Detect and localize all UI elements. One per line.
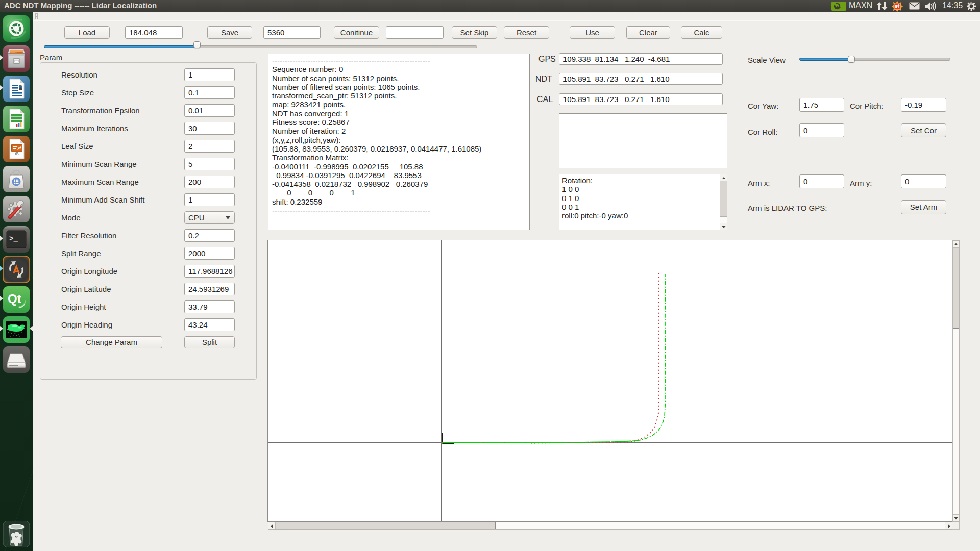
- svg-text:>_: >_: [9, 235, 18, 243]
- svg-text:Qt: Qt: [8, 292, 21, 306]
